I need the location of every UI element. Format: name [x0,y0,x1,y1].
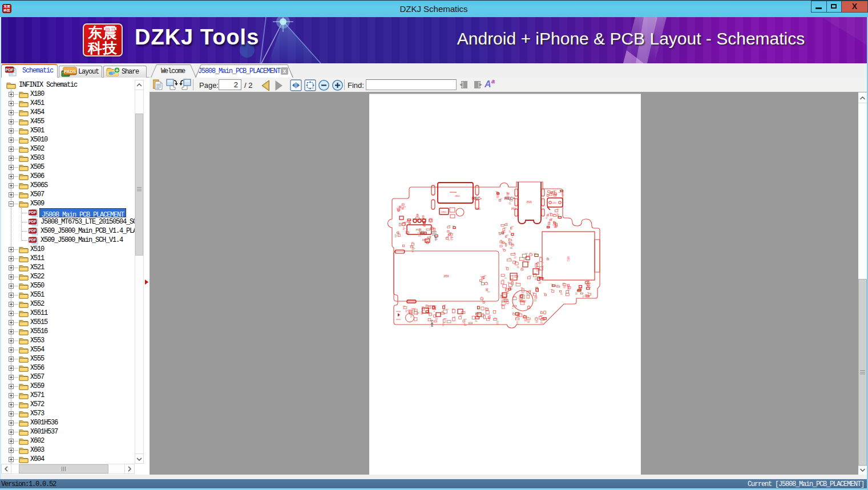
svg-text:U51: U51 [567,257,570,262]
svg-text:PDF: PDF [29,238,37,242]
svg-text:U802: U802 [441,210,447,213]
svg-text:PDF: PDF [29,220,37,224]
svg-text:J506: J506 [526,201,532,204]
svg-text:P50: P50 [511,207,516,210]
svg-text:J800: J800 [455,195,460,197]
svg-text:PDF: PDF [6,68,14,72]
svg-text:PADS: PADS [64,69,76,74]
svg-text:REC-: REC- [472,196,482,200]
svg-text:220: 220 [552,201,556,204]
svg-text:J856: J856 [443,275,449,278]
svg-text:PDF: PDF [29,210,37,214]
svg-text:P60: P60 [475,207,481,210]
svg-text:PDF: PDF [29,229,37,233]
